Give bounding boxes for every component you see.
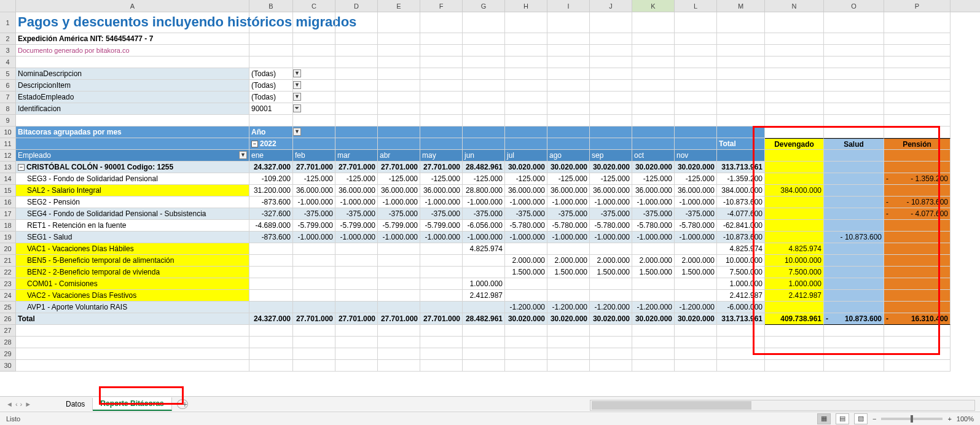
tab-nav-prev-icon[interactable]: ‹ [15, 400, 18, 408]
employee-row[interactable]: −CRISTÓBAL COLÓN - 90001 Codigo: 1255 [16, 162, 249, 173]
row-header-12[interactable]: 12 [0, 150, 16, 162]
cell[interactable] [824, 348, 884, 360]
row-header-9[interactable]: 9 [0, 115, 16, 127]
zoom-in-button[interactable]: + [947, 415, 951, 423]
cell[interactable] [547, 325, 590, 337]
cell[interactable] [16, 360, 249, 372]
col-header-N[interactable]: N [765, 0, 824, 12]
col-header-E[interactable]: E [378, 0, 420, 12]
cell[interactable] [824, 337, 884, 348]
row-header-19[interactable]: 19 [0, 232, 16, 243]
cell[interactable] [293, 360, 335, 372]
sheet-tab-reporte[interactable]: Reporte Bitácoras [93, 397, 171, 411]
col-header-D[interactable]: D [335, 0, 378, 12]
row-header-30[interactable]: 30 [0, 360, 16, 372]
row-header-24[interactable]: 24 [0, 290, 16, 302]
cell[interactable] [824, 360, 884, 372]
cell[interactable] [505, 325, 547, 337]
cell[interactable] [249, 337, 293, 348]
zoom-out-button[interactable]: − [872, 415, 876, 423]
zoom-level[interactable]: 100% [957, 415, 974, 423]
tab-nav-first-icon[interactable]: ◄ [6, 400, 13, 408]
col-header-G[interactable]: G [463, 0, 505, 12]
cell[interactable] [16, 337, 249, 348]
zoom-slider[interactable] [881, 418, 943, 420]
cell[interactable] [590, 337, 632, 348]
col-header-L[interactable]: L [675, 0, 717, 12]
tab-nav-next-icon[interactable]: › [20, 400, 23, 408]
row-header-22[interactable]: 22 [0, 267, 16, 278]
cell[interactable] [335, 348, 378, 360]
cell[interactable] [249, 348, 293, 360]
cell[interactable] [420, 360, 463, 372]
row-header-28[interactable]: 28 [0, 337, 16, 348]
row-header-16[interactable]: 16 [0, 197, 16, 208]
cell[interactable] [420, 337, 463, 348]
view-normal-icon[interactable]: ▦ [817, 413, 831, 424]
filter-value-1[interactable]: (Todas)▼ [249, 80, 293, 92]
cell[interactable] [632, 348, 675, 360]
cell[interactable] [675, 348, 717, 360]
cell[interactable] [335, 360, 378, 372]
filter-dropdown-icon[interactable]: ▼ [293, 81, 301, 89]
cell[interactable] [717, 360, 765, 372]
col-header-K[interactable]: K [632, 0, 675, 12]
pivot-year-label[interactable]: Año▼ [249, 127, 293, 138]
row-header-20[interactable]: 20 [0, 243, 16, 255]
cell[interactable] [632, 360, 675, 372]
row-header-18[interactable]: 18 [0, 220, 16, 232]
cell[interactable] [590, 325, 632, 337]
cell[interactable] [547, 337, 590, 348]
col-header-A[interactable]: A [16, 0, 249, 12]
cell[interactable] [632, 337, 675, 348]
cell[interactable] [765, 325, 824, 337]
cell[interactable] [717, 337, 765, 348]
filter-dropdown-icon[interactable]: ▼ [293, 69, 301, 77]
row-header-27[interactable]: 27 [0, 325, 16, 337]
select-all-corner[interactable] [0, 0, 16, 12]
collapse-year-icon[interactable]: − [251, 141, 258, 147]
cell[interactable] [16, 348, 249, 360]
cell[interactable] [293, 348, 335, 360]
cell[interactable] [884, 360, 951, 372]
cell[interactable] [884, 325, 951, 337]
cell[interactable] [547, 348, 590, 360]
filter-value-2[interactable]: (Todas)▼ [249, 92, 293, 103]
cell[interactable] [547, 360, 590, 372]
col-header-O[interactable]: O [824, 0, 884, 12]
cell[interactable] [675, 337, 717, 348]
tab-nav-last-icon[interactable]: ► [25, 400, 31, 408]
col-header-B[interactable]: B [249, 0, 293, 12]
cell[interactable] [675, 325, 717, 337]
cell[interactable] [632, 325, 675, 337]
cell[interactable] [765, 337, 824, 348]
cell[interactable] [16, 325, 249, 337]
filter-value-3[interactable]: 90001⏷ [249, 103, 293, 115]
row-header-13[interactable]: 13 [0, 162, 16, 173]
row-header-23[interactable]: 23 [0, 278, 16, 290]
year-dropdown-icon[interactable]: ▼ [293, 128, 301, 136]
col-header-J[interactable]: J [590, 0, 632, 12]
cell[interactable] [765, 360, 824, 372]
cell[interactable] [765, 348, 824, 360]
filter-dropdown-icon[interactable]: ⏷ [293, 104, 301, 112]
cell[interactable] [420, 348, 463, 360]
filter-value-0[interactable]: (Todas)▼ [249, 68, 293, 80]
filter-dropdown-icon[interactable]: ▼ [293, 93, 301, 101]
cell[interactable] [590, 348, 632, 360]
cell[interactable] [884, 348, 951, 360]
col-header-M[interactable]: M [717, 0, 765, 12]
row-header-4[interactable]: 4 [0, 57, 16, 68]
cell[interactable] [378, 337, 420, 348]
cell[interactable] [884, 337, 951, 348]
cell[interactable] [463, 337, 505, 348]
cell[interactable] [293, 325, 335, 337]
col-header-C[interactable]: C [293, 0, 335, 12]
row-header-3[interactable]: 3 [0, 45, 16, 57]
row-header-14[interactable]: 14 [0, 173, 16, 185]
row-header-7[interactable]: 7 [0, 92, 16, 103]
row-header-26[interactable]: 26 [0, 313, 16, 325]
horizontal-scrollbar[interactable] [590, 400, 975, 411]
cell[interactable] [293, 337, 335, 348]
cell[interactable] [505, 348, 547, 360]
